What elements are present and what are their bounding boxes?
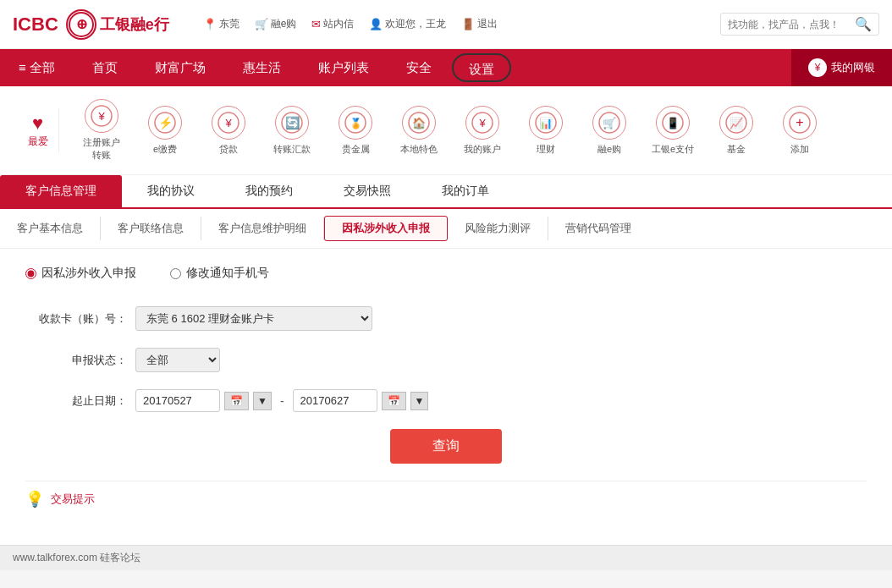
quick-epay[interactable]: 📱 工银e支付: [643, 102, 702, 160]
page-footer: www.talkforex.com 硅客论坛: [0, 545, 892, 570]
quick-wealth[interactable]: 📊 理财: [516, 102, 575, 160]
date-separator: -: [276, 394, 289, 408]
tab-customer-info[interactable]: 客户信息管理: [0, 175, 122, 209]
quick-epayment[interactable]: ⚡ e缴费: [135, 102, 195, 160]
sub-tab-maintenance-detail[interactable]: 客户信息维护明细: [201, 217, 324, 240]
nav-logout[interactable]: 🚪 退出: [461, 17, 498, 31]
logo-cn: 工银融e行: [100, 14, 169, 35]
local-label: 本地特色: [400, 143, 438, 156]
nav-accounts[interactable]: 账户列表: [300, 49, 388, 86]
nav-mybank-label: 我的网银: [831, 49, 875, 86]
tab-my-agreement-label: 我的协议: [147, 184, 195, 197]
calendar-end-dropdown[interactable]: ▼: [410, 392, 429, 410]
mail-icon: ✉: [311, 18, 321, 30]
fund-label: 基金: [727, 143, 746, 156]
sub-tab-basic-info[interactable]: 客户基本信息: [0, 217, 101, 240]
search-area[interactable]: 🔍: [720, 13, 879, 36]
add-icon: +: [783, 106, 817, 140]
status-select[interactable]: 全部 已申报 未申报: [135, 348, 220, 372]
sub-tab-foreign-income[interactable]: 因私涉外收入申报: [324, 216, 448, 241]
nav-settings[interactable]: 设置: [452, 53, 511, 82]
tip-text[interactable]: 交易提示: [51, 492, 95, 507]
quick-icons-bar: ♥ 最爱 ¥ 注册账户转账 ⚡ e缴费 ¥ 贷款 🔄 转账汇款 🏅 贵金属: [0, 86, 892, 175]
nav-user[interactable]: 👤 欢迎您，王龙: [369, 17, 446, 31]
nav-wealth-label: 财富广场: [155, 60, 206, 74]
quick-add[interactable]: + 添加: [770, 102, 829, 160]
nav-wealth[interactable]: 财富广场: [136, 49, 224, 86]
account-label: 收款卡（账）号：: [25, 311, 127, 327]
svg-text:🏅: 🏅: [350, 117, 362, 129]
nav-location[interactable]: 📍 东莞: [203, 17, 240, 31]
logo-area: ICBC ⊕ 工银融e行: [13, 9, 169, 40]
ronge-label: 融e购: [597, 143, 621, 156]
search-button[interactable]: 🔍: [855, 16, 872, 32]
svg-text:📊: 📊: [539, 116, 553, 130]
epay-label: 工银e支付: [652, 143, 694, 156]
quick-precious[interactable]: 🏅 贵金属: [326, 102, 385, 160]
top-header: ICBC ⊕ 工银融e行 📍 东莞 🛒 融e购 ✉ 站内信 👤 欢迎您，王龙 🚪: [0, 0, 892, 49]
favorite-item[interactable]: ♥ 最爱: [17, 108, 59, 153]
radio-change-phone[interactable]: 修改通知手机号: [170, 266, 269, 281]
query-button[interactable]: 查询: [390, 429, 502, 464]
radio-foreign-income[interactable]: 因私涉外收入申报: [25, 266, 136, 281]
nav-cart[interactable]: 🛒 融e购: [255, 17, 297, 31]
tab-my-agreement[interactable]: 我的协议: [122, 175, 220, 209]
account-row: 收款卡（账）号： 东莞 6 1602 理财金账户卡: [25, 306, 867, 331]
sub-tabs: 客户基本信息 客户联络信息 客户信息维护明细 因私涉外收入申报 风险能力测评 营…: [0, 209, 892, 249]
nav-all[interactable]: ≡ 全部: [0, 49, 74, 86]
quick-transfer[interactable]: 🔄 转账汇款: [262, 102, 322, 160]
sub-tab-maintenance-detail-label: 客户信息维护明细: [218, 222, 306, 234]
date-range: 📅 ▼ - 📅 ▼: [135, 389, 428, 412]
loan-icon: ¥: [212, 106, 245, 140]
quick-register-transfer[interactable]: ¥ 注册账户转账: [72, 95, 131, 166]
myaccount-icon: ¥: [465, 106, 499, 140]
quick-fund[interactable]: 📈 基金: [707, 102, 766, 160]
svg-text:¥: ¥: [224, 117, 232, 129]
sub-tab-foreign-income-label: 因私涉外收入申报: [342, 222, 430, 234]
nav-security[interactable]: 安全: [388, 49, 450, 86]
sub-tab-marketing-code[interactable]: 营销代码管理: [548, 217, 648, 240]
svg-text:🏠: 🏠: [412, 116, 427, 130]
heart-icon: ♥: [32, 113, 43, 135]
tab-my-orders[interactable]: 我的订单: [416, 175, 515, 209]
logo-badge: ⊕: [66, 9, 96, 40]
calendar-end-button[interactable]: 📅: [382, 392, 406, 410]
date-end-input[interactable]: [293, 389, 377, 412]
calendar-start-dropdown[interactable]: ▼: [253, 392, 272, 410]
radio-change-phone-input[interactable]: [170, 268, 181, 279]
date-start-input[interactable]: [135, 389, 220, 412]
sub-tab-risk-assessment[interactable]: 风险能力测评: [448, 217, 548, 240]
radio-foreign-income-input[interactable]: [25, 268, 36, 279]
precious-icon: 🏅: [339, 106, 372, 140]
svg-text:🛒: 🛒: [603, 116, 617, 130]
search-input[interactable]: [728, 19, 855, 30]
register-icon: ¥: [85, 99, 118, 133]
svg-text:📱: 📱: [666, 116, 680, 130]
quick-rong-e[interactable]: 🛒 融e购: [580, 102, 639, 160]
quick-local[interactable]: 🏠 本地特色: [389, 102, 449, 160]
tab-my-orders-label: 我的订单: [442, 184, 489, 197]
top-nav-links: 📍 东莞 🛒 融e购 ✉ 站内信 👤 欢迎您，王龙 🚪 退出: [203, 17, 712, 31]
svg-text:⚡: ⚡: [158, 116, 173, 130]
nav-mybank[interactable]: ¥ 我的网银: [791, 49, 892, 86]
calendar-start-button[interactable]: 📅: [224, 392, 249, 410]
account-select[interactable]: 东莞 6 1602 理财金账户卡: [135, 306, 372, 331]
nav-home[interactable]: 首页: [74, 49, 136, 86]
sub-tab-contact-info[interactable]: 客户联络信息: [101, 217, 201, 240]
logout-icon: 🚪: [461, 18, 475, 30]
nav-life[interactable]: 惠生活: [224, 49, 300, 86]
nav-settings-label: 设置: [469, 62, 494, 76]
myaccount-label: 我的账户: [464, 143, 501, 156]
radio-change-phone-label: 修改通知手机号: [186, 266, 269, 281]
nav-security-label: 安全: [406, 60, 432, 74]
quick-loan[interactable]: ¥ 贷款: [199, 102, 258, 160]
content-area: 因私涉外收入申报 修改通知手机号 收款卡（账）号： 东莞 6 1602 理财金账…: [0, 249, 892, 545]
quick-myaccount[interactable]: ¥ 我的账户: [453, 102, 512, 160]
nav-mail[interactable]: ✉ 站内信: [311, 17, 354, 31]
tab-transaction-snapshot[interactable]: 交易快照: [318, 175, 416, 209]
user-icon: 👤: [369, 18, 383, 30]
sub-tab-risk-assessment-label: 风险能力测评: [465, 222, 531, 234]
mybank-icon: ¥: [808, 58, 827, 77]
loan-label: 贷款: [219, 143, 238, 156]
tab-my-reservation[interactable]: 我的预约: [220, 175, 318, 209]
